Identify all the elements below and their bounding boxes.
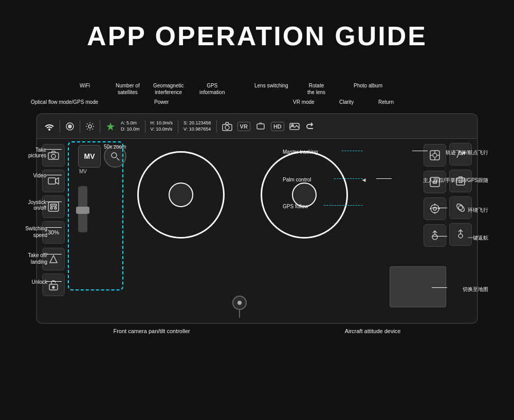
- label-switch-map-cn: 切换至地图: [463, 286, 488, 293]
- label-one-key-return-cn: 一键返航: [468, 234, 488, 242]
- svg-rect-15: [48, 202, 59, 211]
- attitude-line: [239, 310, 240, 318]
- gps-values: A: 5.0m D: 10.0m: [121, 120, 140, 132]
- line-unlock: [46, 281, 62, 282]
- svg-rect-13: [48, 178, 56, 184]
- dashed-line-master: [342, 151, 362, 151]
- label-optical-flow: Optical flow mode/GPS mode: [31, 99, 98, 105]
- label-trajectory-cn: 轨迹飞行/航点飞行: [446, 149, 488, 156]
- geomagnetic-icon: [85, 122, 95, 131]
- svg-rect-16: [50, 204, 57, 206]
- line-return: [432, 236, 447, 236]
- label-switching-speed: Switchingspeed: [25, 225, 47, 239]
- label-master-tracking: Master tracking: [283, 149, 318, 155]
- svg-point-1: [68, 125, 71, 128]
- label-rotate-lens: Rotatethe lens: [307, 82, 325, 96]
- line-takeoff: [46, 254, 62, 254]
- camera-icon[interactable]: [222, 122, 232, 131]
- svg-point-21: [52, 286, 54, 288]
- bottom-labels: Front camera pan/tilt controller Aircraf…: [36, 324, 478, 334]
- svg-point-29: [431, 205, 439, 213]
- divider-6: [216, 120, 217, 133]
- s-values: S: 20.123456 V: 10.987654: [183, 120, 211, 132]
- speed-value: 30%: [48, 229, 59, 235]
- label-clarity: Clarity: [339, 99, 354, 105]
- svg-point-2: [88, 125, 91, 128]
- master-tracking-button[interactable]: [424, 144, 446, 167]
- svg-point-40: [458, 206, 463, 210]
- label-front-camera: Front camera pan/tilt controller: [113, 328, 190, 334]
- svg-marker-14: [56, 178, 59, 184]
- label-num-satellites: Number ofsatellites: [116, 82, 140, 96]
- return-icon[interactable]: [305, 122, 315, 131]
- map-placeholder[interactable]: [390, 266, 446, 307]
- divider-1: [60, 120, 60, 133]
- attitude-dot: [237, 301, 242, 305]
- rotate-lens-icon[interactable]: [255, 122, 266, 131]
- line-trajectory: [412, 151, 428, 151]
- one-key-return-button[interactable]: [424, 224, 446, 247]
- left-joystick-inner[interactable]: [169, 182, 193, 207]
- svg-point-17: [50, 207, 52, 209]
- dashed-line-gps: [324, 205, 362, 206]
- label-video: Video: [26, 173, 46, 178]
- photo-album-icon[interactable]: [289, 122, 300, 131]
- h-values: H: 10.0m/s V: 10.0m/s: [151, 120, 173, 132]
- wifi-icon: [44, 122, 54, 131]
- page-title: APP OPERATION GUIDE: [0, 0, 514, 51]
- label-orbit-flight-cn: 环绕飞行: [468, 207, 488, 214]
- gps-icon: [105, 121, 116, 132]
- svg-point-5: [225, 125, 229, 130]
- hd-icon[interactable]: HD: [271, 122, 284, 131]
- label-geomagnetic: Geomagneticinterference: [153, 82, 183, 96]
- label-power: Power: [154, 99, 169, 105]
- right-sidebar: [449, 143, 472, 246]
- line-take-pictures: [46, 149, 62, 150]
- dashed-line-palm: [334, 178, 362, 179]
- line-orbit: [432, 208, 447, 208]
- label-master-tracking-cn: 主人跟踪/手掌控制/GPS跟随: [423, 177, 488, 184]
- label-take-pictures: Take pictures: [26, 147, 46, 158]
- controller-box: A: 5.0m D: 10.0m H: 10.0m/s V: 10.0m/s S…: [36, 113, 478, 324]
- svg-point-18: [54, 207, 57, 209]
- divider-2: [80, 120, 80, 133]
- label-takeoff-landing: Take off/landing: [25, 252, 47, 265]
- label-gps-info: GPSinformation: [199, 82, 225, 96]
- label-gps-follow: GPS follow: [283, 204, 308, 209]
- line-map: [432, 287, 447, 288]
- top-labels-area: WiFi Number ofsatellites Geomagneticinte…: [26, 82, 488, 113]
- svg-point-41: [455, 203, 466, 213]
- svg-point-23: [433, 153, 437, 157]
- divider-5: [178, 120, 178, 133]
- line-speed: [46, 227, 62, 228]
- line-master-cn: [376, 178, 392, 179]
- label-photo-album: Photo album: [354, 82, 382, 89]
- svg-marker-19: [50, 255, 57, 263]
- svg-point-35: [432, 234, 437, 240]
- label-palm-control: Palm control: [283, 177, 311, 182]
- vr-icon[interactable]: VR: [237, 122, 250, 131]
- diagram-container: WiFi Number ofsatellites Geomagneticinte…: [26, 82, 488, 334]
- label-lens-switching: Lens switching: [254, 82, 288, 89]
- satellite-icon: [65, 122, 75, 131]
- status-bar: A: 5.0m D: 10.0m H: 10.0m/s V: 10.0m/s S…: [37, 114, 477, 139]
- label-aircraft-attitude: Aircraft attitude device: [345, 328, 401, 334]
- palm-arrow-icon: ◄: [361, 176, 367, 184]
- left-panel-dashed-box: [68, 141, 123, 290]
- svg-marker-3: [106, 122, 115, 131]
- divider-3: [100, 120, 100, 133]
- label-wifi: WiFi: [80, 82, 90, 89]
- unlock-button[interactable]: [42, 273, 65, 296]
- svg-point-42: [458, 234, 463, 238]
- gps-follow-button[interactable]: [424, 197, 446, 220]
- aircraft-attitude-device: [232, 296, 247, 318]
- label-vr-mode: VR mode: [293, 99, 315, 105]
- svg-rect-6: [257, 124, 264, 129]
- label-unlock: Unlock: [28, 279, 47, 285]
- svg-point-10: [51, 154, 56, 158]
- divider-4: [145, 120, 145, 133]
- line-video: [46, 175, 62, 175]
- label-joystick-onoff: Joystick on/off: [21, 199, 46, 211]
- attitude-circle: [232, 296, 247, 310]
- line-joystick: [46, 202, 62, 202]
